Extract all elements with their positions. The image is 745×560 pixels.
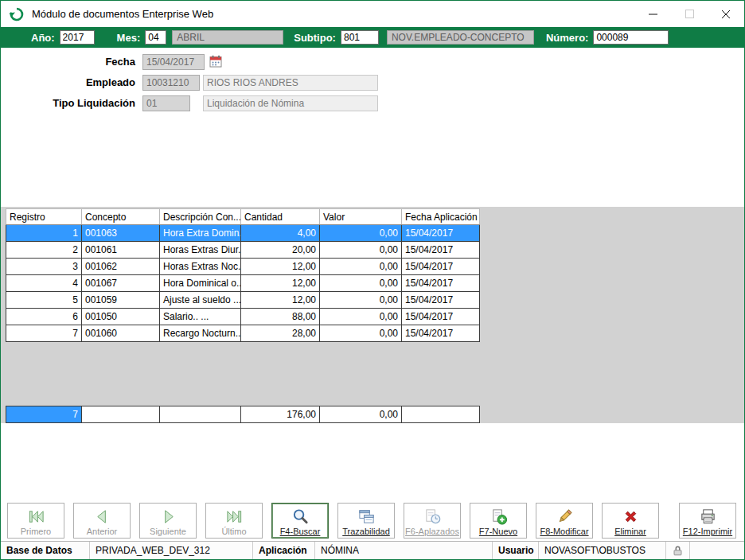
- number-input[interactable]: [593, 30, 669, 45]
- subtype-label: Subtipo:: [294, 32, 336, 44]
- subtype-input[interactable]: [341, 30, 379, 45]
- calendar-icon: [209, 55, 223, 68]
- column-header-valor[interactable]: Valor: [320, 209, 402, 225]
- search-icon: [291, 507, 310, 527]
- first-icon: [26, 507, 46, 527]
- previous-icon: [92, 507, 112, 527]
- number-label: Número:: [546, 32, 588, 44]
- table-row[interactable]: 3 001062 Horas Extras Noc... 12,00 0,00 …: [6, 259, 480, 275]
- column-header-cantidad[interactable]: Cantidad: [241, 209, 320, 225]
- statusbar-user-value: NOVASOFT\OBUSTOS: [539, 542, 666, 559]
- window-title: Módulo de documentos Enterprise Web: [32, 8, 213, 20]
- table-row[interactable]: 5 001059 Ajuste al sueldo ... 12,00 0,00…: [6, 292, 480, 309]
- table-row[interactable]: 7 001060 Recargo Nocturn... 28,00 0,00 1…: [6, 325, 480, 342]
- close-icon: [721, 10, 731, 19]
- statusbar-app-value: NÓMINA: [315, 542, 493, 559]
- minimize-button[interactable]: [634, 1, 671, 27]
- grid-totals-row: 7 176,00 0,00: [6, 406, 480, 423]
- maximize-icon: [685, 10, 694, 18]
- fecha-label: Fecha: [1, 56, 142, 68]
- tipo-liquidacion-name-field: Liquidación de Nómina: [203, 95, 378, 111]
- tipo-liquidacion-label: Tipo Liquidación: [1, 97, 142, 109]
- bottom-toolbar: Primero Anterior Siguiente: [1, 502, 744, 541]
- delete-icon: [621, 507, 641, 527]
- tipo-liquidacion-code-field: 01: [142, 95, 190, 111]
- fecha-field: 15/04/2017: [142, 54, 205, 70]
- next-icon: [158, 507, 178, 527]
- maximize-button[interactable]: [671, 1, 708, 27]
- document-form: Fecha 15/04/2017 Empleado 10031210 RIOS …: [1, 48, 744, 207]
- app-window: Módulo de documentos Enterprise Web Año:…: [0, 0, 745, 560]
- statusbar-db-value: PRIVADA_WEB_DEV_312: [90, 542, 253, 559]
- print-icon: [698, 507, 718, 527]
- totals-valor-cell: 0,00: [320, 406, 402, 423]
- empleado-name-field: RIOS RIOS ANDRES: [203, 75, 378, 91]
- lock-icon: [672, 545, 684, 557]
- month-name-field: ABRIL: [172, 30, 283, 45]
- year-input[interactable]: [60, 30, 95, 45]
- empleado-code-field: 10031210: [142, 75, 200, 91]
- delete-button[interactable]: Eliminar: [602, 503, 659, 539]
- table-row[interactable]: 4 001067 Hora Dominical o... 12,00 0,00 …: [6, 275, 480, 292]
- minimize-icon: [649, 10, 657, 18]
- print-button[interactable]: F12-Imprimir: [679, 503, 736, 539]
- next-button[interactable]: Siguiente: [139, 503, 197, 539]
- subtype-name-field: NOV.EMPLEADO-CONCEPTO: [387, 30, 534, 45]
- close-button[interactable]: [708, 1, 744, 27]
- traceability-button[interactable]: Trazabilidad: [337, 503, 395, 539]
- empleado-row: Empleado 10031210 RIOS RIOS ANDRES: [1, 74, 744, 91]
- edit-button[interactable]: F8-Modificar: [536, 503, 593, 539]
- statusbar-db-label: Base de Datos: [1, 542, 90, 559]
- new-button[interactable]: F7-Nuevo: [470, 503, 527, 539]
- title-bar: Módulo de documentos Enterprise Web: [1, 1, 744, 27]
- column-header-fecha-aplicacion[interactable]: Fecha Aplicación: [402, 209, 480, 225]
- calendar-button[interactable]: [208, 54, 224, 70]
- deferred-icon: [423, 507, 443, 527]
- deferred-button[interactable]: F6-Aplazados: [404, 503, 461, 539]
- column-header-concepto[interactable]: Concepto: [82, 209, 160, 225]
- grid-header-row: Registro Concepto Descripción Con... Can…: [6, 209, 480, 225]
- traceability-icon: [357, 507, 376, 527]
- status-bar: Base de Datos PRIVADA_WEB_DEV_312 Aplica…: [1, 541, 744, 559]
- last-button[interactable]: Último: [205, 503, 263, 539]
- column-header-descripcion[interactable]: Descripción Con...: [160, 209, 241, 225]
- documents-grid: Registro Concepto Descripción Con... Can…: [6, 208, 480, 342]
- table-row[interactable]: 2 001061 Horas Extras Diur... 20,00 0,00…: [6, 242, 480, 259]
- document-key-bar: Año: Mes: ABRIL Subtipo: NOV.EMPLEADO-CO…: [1, 27, 744, 48]
- window-controls: [634, 1, 744, 27]
- grid-zone: Registro Concepto Descripción Con... Can…: [1, 207, 744, 423]
- fecha-row: Fecha 15/04/2017: [1, 53, 744, 70]
- year-label: Año:: [31, 32, 55, 44]
- search-button[interactable]: F4-Buscar: [271, 503, 329, 539]
- first-button[interactable]: Primero: [7, 503, 64, 539]
- empleado-label: Empleado: [1, 76, 142, 88]
- tipo-liquidacion-row: Tipo Liquidación 01 Liquidación de Nómin…: [1, 95, 744, 111]
- app-icon: [9, 6, 25, 22]
- month-input[interactable]: [145, 30, 166, 45]
- new-icon: [489, 507, 509, 527]
- last-icon: [224, 507, 244, 527]
- totals-count-cell: 7: [6, 406, 82, 423]
- statusbar-filler: [690, 542, 744, 559]
- edit-icon: [555, 507, 575, 527]
- totals-cantidad-cell: 176,00: [241, 406, 320, 423]
- previous-button[interactable]: Anterior: [73, 503, 131, 539]
- month-label: Mes:: [117, 32, 141, 44]
- statusbar-app-label: Aplicación: [253, 542, 315, 559]
- statusbar-user-label: Usuario: [493, 542, 539, 559]
- content-spacer: [1, 423, 744, 502]
- column-header-registro[interactable]: Registro: [6, 209, 82, 225]
- table-row[interactable]: 6 001050 Salario.. ... 88,00 0,00 15/04/…: [6, 309, 480, 325]
- table-row[interactable]: 1 001063 Hora Extra Domin... 4,00 0,00 1…: [6, 225, 480, 242]
- statusbar-lock: [666, 542, 690, 559]
